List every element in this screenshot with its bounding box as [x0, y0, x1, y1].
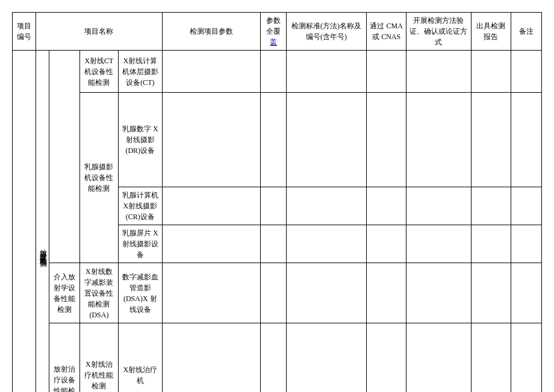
cell-cover: [261, 263, 287, 323]
cell-param: [163, 93, 261, 187]
hdr-full-cover-a: 参数全覆: [266, 16, 281, 36]
cell-report: [471, 51, 511, 93]
hdr-cma-cnas: 通过 CMA 或 CNAS: [366, 13, 406, 51]
cell-cma: [366, 225, 406, 263]
cell-report: [471, 225, 511, 263]
cell-cma: [366, 323, 406, 392]
cell-l3-ct: X射线CT机设备性能检测: [80, 51, 118, 93]
cell-param: [163, 187, 261, 225]
cell-l2-b: 介入放射学设备性能检测: [49, 263, 80, 323]
cell-l4-ct: X射线计算机体层摄影设备(CT): [118, 51, 163, 93]
cell-l4-therapy: X射线治疗机: [118, 323, 163, 392]
hdr-standard: 检测标准(方法)名称及编号(含年号): [287, 13, 367, 51]
cell-cover: [261, 323, 287, 392]
header-row: 项目编号 项目名称 检测项目参数 参数全覆盖 检测标准(方法)名称及编号(含年号…: [13, 13, 542, 51]
cell-note: [511, 93, 541, 187]
cell-std: [287, 323, 367, 392]
cell-verify: [406, 263, 471, 323]
hdr-full-cover-b: 盖: [270, 38, 277, 46]
hdr-project-name: 项目名称: [36, 13, 162, 51]
table-row: 放射治疗设备性能检测 X射线治疗机性能检测 X射线治疗机: [13, 323, 542, 380]
l1-label: 放射诊疗设备性能检测: [38, 53, 49, 392]
cell-std: [287, 225, 367, 263]
cell-cma: [366, 93, 406, 187]
cell-report: [471, 263, 511, 323]
cell-std: [287, 51, 367, 93]
cell-cover: [261, 225, 287, 263]
cell-note: [511, 187, 541, 225]
cell-note: [511, 323, 541, 392]
cell-note: [511, 263, 541, 323]
cell-l1: 放射诊疗设备性能检测: [36, 51, 49, 393]
hdr-verify: 开展检测方法验证、确认或论证方式: [406, 13, 471, 51]
cell-cover: [261, 93, 287, 187]
cell-verify: [406, 93, 471, 187]
hdr-project-id: 项目编号: [13, 13, 36, 51]
cell-l2-c: 放射治疗设备性能检测: [49, 323, 80, 392]
cell-verify: [406, 187, 471, 225]
cell-cover: [261, 51, 287, 93]
cell-cma: [366, 51, 406, 93]
cell-verify: [406, 225, 471, 263]
cell-cma: [366, 187, 406, 225]
cell-report: [471, 93, 511, 187]
cell-l4-mammo-dr: 乳腺数字 X 射线摄影(DR)设备: [118, 93, 163, 187]
cell-note: [511, 51, 541, 93]
cell-project-id: [13, 51, 36, 393]
cell-l4-mammo-film: 乳腺屏片 X射线摄影设备: [118, 225, 163, 263]
cell-cover: [261, 187, 287, 225]
cell-l2-a: [49, 51, 80, 263]
cell-std: [287, 263, 367, 323]
cell-l4-mammo-cr: 乳腺计算机 X射线摄影(CR)设备: [118, 187, 163, 225]
hdr-test-param: 检测项目参数: [163, 13, 261, 51]
cell-verify: [406, 323, 471, 392]
cell-cma: [366, 263, 406, 323]
cell-param: [163, 263, 261, 323]
hdr-report: 出具检测报告: [471, 13, 511, 51]
cell-l4-dsa: 数字减影血管造影(DSA)X 射线设备: [118, 263, 163, 323]
table-row: 放射诊疗设备性能检测 X射线CT机设备性能检测 X射线计算机体层摄影设备(CT): [13, 51, 542, 93]
hdr-full-cover: 参数全覆盖: [261, 13, 287, 51]
cell-l3-therapy: X射线治疗机性能检测: [80, 323, 118, 392]
cell-param: [163, 225, 261, 263]
cell-l3-dsa: X射线数字减影装置设备性能检测(DSA): [80, 263, 118, 323]
cell-std: [287, 93, 367, 187]
cell-param: [163, 51, 261, 93]
table-row: 介入放射学设备性能检测 X射线数字减影装置设备性能检测(DSA) 数字减影血管造…: [13, 263, 542, 323]
cell-param: [163, 323, 261, 392]
table-row: 乳腺摄影机设备性能检测 乳腺数字 X 射线摄影(DR)设备: [13, 93, 542, 187]
cell-note: [511, 225, 541, 263]
cell-verify: [406, 51, 471, 93]
cell-report: [471, 323, 511, 392]
hdr-note: 备注: [511, 13, 541, 51]
cell-l3-mammo: 乳腺摄影机设备性能检测: [80, 93, 118, 263]
capability-table: 项目编号 项目名称 检测项目参数 参数全覆盖 检测标准(方法)名称及编号(含年号…: [12, 12, 542, 392]
cell-std: [287, 187, 367, 225]
cell-report: [471, 187, 511, 225]
